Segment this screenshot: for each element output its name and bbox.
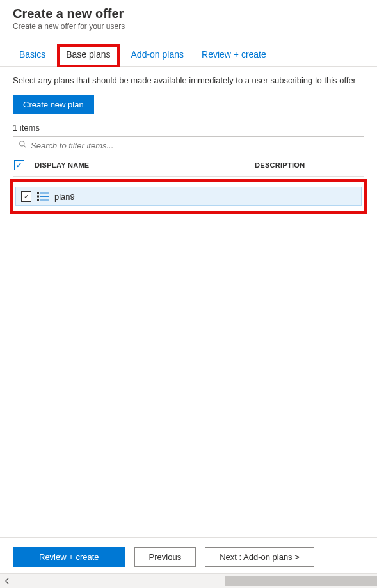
- page-subtitle: Create a new offer for your users: [13, 22, 364, 31]
- table-body: ✓ plan9: [10, 179, 367, 214]
- create-new-plan-button[interactable]: Create new plan: [13, 95, 94, 114]
- tab-base-plans[interactable]: Base plans: [57, 44, 119, 67]
- page-header: Create a new offer Create a new offer fo…: [0, 0, 377, 36]
- column-display-name[interactable]: DISPLAY NAME: [31, 161, 255, 169]
- horizontal-scrollbar[interactable]: [0, 573, 377, 588]
- content-area: Select any plans that should be made ava…: [0, 67, 377, 214]
- svg-rect-2: [37, 192, 39, 194]
- row-checkbox[interactable]: ✓: [21, 191, 31, 202]
- scroll-thumb[interactable]: [225, 576, 377, 586]
- table-row[interactable]: ✓ plan9: [15, 187, 362, 206]
- scroll-left-arrow[interactable]: [0, 574, 14, 588]
- table-header: ✓ DISPLAY NAME DESCRIPTION: [13, 154, 364, 177]
- search-box[interactable]: [13, 136, 364, 154]
- previous-button[interactable]: Previous: [134, 547, 197, 567]
- item-count: 1 items: [13, 123, 364, 132]
- tab-addon-plans[interactable]: Add-on plans: [125, 45, 191, 66]
- svg-point-0: [20, 141, 24, 146]
- intro-text: Select any plans that should be made ava…: [13, 75, 364, 85]
- svg-rect-3: [37, 196, 39, 198]
- row-display-name: plan9: [51, 192, 75, 202]
- plan-icon: [35, 191, 51, 202]
- tab-review-create[interactable]: Review + create: [195, 45, 273, 66]
- svg-rect-6: [40, 196, 49, 197]
- column-description[interactable]: DESCRIPTION: [255, 161, 364, 169]
- scroll-track[interactable]: [14, 574, 377, 588]
- svg-rect-5: [40, 193, 49, 194]
- review-create-button[interactable]: Review + create: [13, 547, 125, 567]
- tab-basics[interactable]: Basics: [13, 45, 52, 66]
- select-all-checkbox[interactable]: ✓: [14, 160, 24, 170]
- search-icon: [19, 140, 27, 150]
- tabs: Basics Base plans Add-on plans Review + …: [0, 36, 377, 67]
- svg-rect-4: [37, 199, 39, 201]
- next-button[interactable]: Next : Add-on plans >: [205, 547, 314, 567]
- svg-line-1: [24, 145, 26, 147]
- footer: Review + create Previous Next : Add-on p…: [0, 537, 377, 573]
- search-input[interactable]: [31, 141, 358, 150]
- page-title: Create a new offer: [13, 6, 364, 21]
- svg-rect-7: [40, 200, 49, 201]
